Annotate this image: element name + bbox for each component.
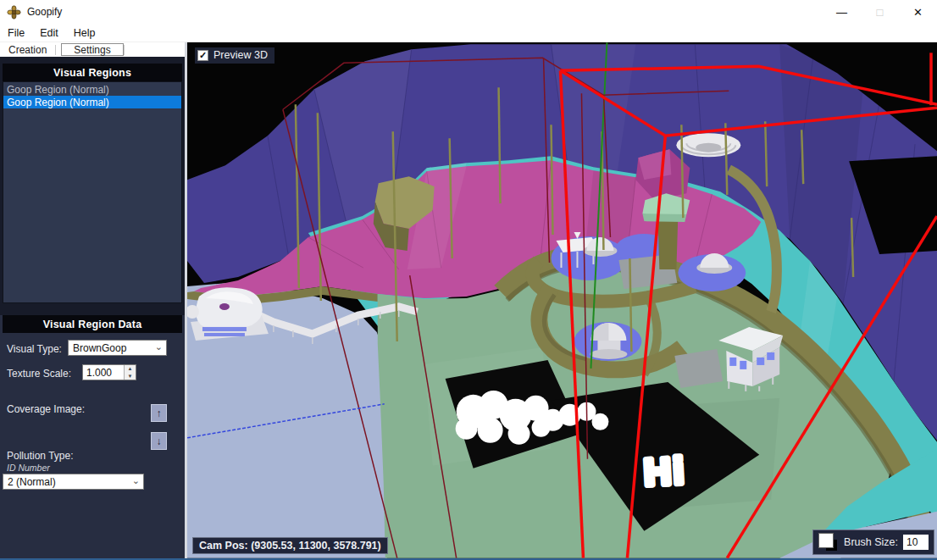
chevron-down-icon: ⌄ [155, 341, 163, 352]
tab-strip: Creation Settings [0, 42, 185, 57]
menu-file[interactable]: File [0, 24, 32, 42]
tab-separator [55, 45, 56, 55]
texture-scale-input[interactable] [83, 365, 124, 380]
list-item-goop-region-1[interactable]: Goop Region (Normal) [3, 83, 181, 96]
menu-help[interactable]: Help [66, 24, 103, 42]
minimize-button[interactable]: — [823, 0, 861, 24]
visual-regions-list[interactable]: Goop Region (Normal) Goop Region (Normal… [3, 81, 182, 303]
visual-type-label: Visual Type: [7, 343, 62, 355]
menu-bar: File Edit Help [0, 24, 937, 42]
title-bar: Goopify — □ ✕ [0, 0, 937, 24]
spin-down-icon[interactable]: ▼ [125, 373, 136, 380]
concrete-pad [674, 349, 723, 388]
chevron-down-icon: ⌄ [132, 475, 140, 486]
visual-regions-header: Visual Regions [3, 64, 182, 81]
preview-3d-toggle[interactable]: ✓ Preview 3D [195, 47, 274, 64]
id-number-label: ID Number [7, 463, 50, 473]
brush-swatch-white [818, 533, 834, 548]
pollution-type-label: Pollution Type: [7, 450, 74, 462]
close-button[interactable]: ✕ [899, 0, 937, 24]
app-icon [7, 5, 21, 19]
pollution-type-value: 2 (Normal) [8, 476, 56, 488]
texture-scale-label: Texture Scale: [7, 368, 71, 380]
tab-settings[interactable]: Settings [61, 43, 123, 56]
list-item-goop-region-2[interactable]: Goop Region (Normal) [3, 96, 181, 108]
menu-edit[interactable]: Edit [32, 24, 66, 42]
sidebar: Visual Regions Goop Region (Normal) Goop… [0, 57, 185, 558]
brush-size-panel: Brush Size: [812, 530, 934, 555]
pollution-type-dropdown[interactable]: 2 (Normal) ⌄ [3, 474, 144, 490]
visual-region-data-panel: Visual Region Data Visual Type: BrownGoo… [0, 315, 185, 558]
visual-type-dropdown[interactable]: BrownGoop ⌄ [68, 340, 167, 356]
texture-scale-stepper[interactable]: ▲ ▼ [82, 364, 136, 380]
main-content: Creation Settings Visual Regions Goop Re… [0, 42, 937, 558]
window-title: Goopify [27, 6, 62, 18]
preview-3d-label: Preview 3D [213, 49, 268, 61]
brush-size-input[interactable] [903, 535, 929, 550]
tab-creation[interactable]: Creation [0, 43, 55, 56]
brush-color-swatch[interactable] [818, 533, 839, 552]
visual-type-value: BrownGoop [73, 342, 126, 354]
brush-size-label: Brush Size: [844, 536, 898, 548]
coverage-image-label: Coverage Image: [7, 403, 85, 415]
spin-up-icon[interactable]: ▲ [125, 365, 136, 373]
goopify-window: Goopify — □ ✕ File Edit Help Creation Se… [0, 0, 937, 560]
move-up-button[interactable]: ↑ [151, 404, 167, 422]
move-down-button[interactable]: ↓ [151, 432, 167, 450]
preview-3d-checkbox[interactable]: ✓ [197, 50, 208, 61]
amphitheater [676, 133, 740, 157]
viewport-3d[interactable]: Hi [187, 42, 937, 558]
maximize-button[interactable]: □ [861, 0, 899, 24]
texture-scale-spin-buttons[interactable]: ▲ ▼ [124, 365, 136, 380]
camera-position-readout: Cam Pos: (9305.53, 11300, 3578.791) [192, 537, 388, 554]
coverage-plane-hi-text: Hi [643, 449, 687, 493]
visual-region-data-header: Visual Region Data [3, 315, 182, 333]
tab-separator [124, 45, 125, 55]
